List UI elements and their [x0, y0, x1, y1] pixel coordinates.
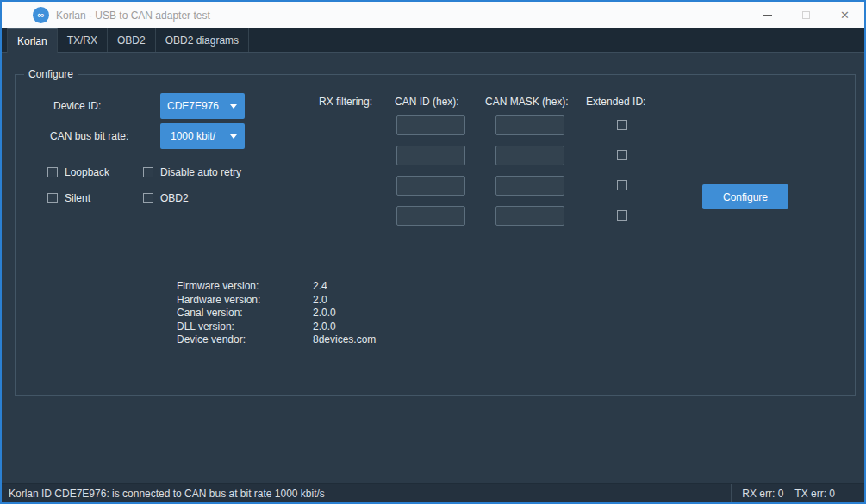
status-bar: Korlan ID CDE7E976: is connected to CAN … [2, 483, 864, 502]
loopback-option[interactable]: Loopback [47, 166, 109, 178]
loopback-label: Loopback [65, 166, 109, 178]
device-id-dropdown[interactable]: CDE7E976 [160, 93, 245, 119]
obd2-option[interactable]: OBD2 [143, 192, 189, 204]
info-label: Firmware version: [177, 280, 313, 294]
can-mask-input-2[interactable] [495, 146, 564, 165]
app-window: ∞ Korlan - USB to CAN adapter test ✕ Kor… [0, 0, 866, 504]
status-message: Korlan ID CDE7E976: is connected to CAN … [9, 488, 325, 500]
main-content: Configure Device ID: CDE7E976 CAN bus bi… [2, 53, 864, 483]
loopback-checkbox[interactable] [47, 167, 58, 177]
can-mask-input-3[interactable] [495, 176, 564, 196]
info-label: Canal version: [177, 307, 313, 320]
info-label: Hardware version: [177, 294, 313, 308]
disable-auto-retry-label: Disable auto retry [160, 166, 241, 178]
tab-obd2[interactable]: OBD2 [108, 28, 156, 52]
disable-auto-retry-option[interactable]: Disable auto retry [143, 166, 241, 178]
silent-label: Silent [65, 192, 90, 204]
close-icon: ✕ [840, 9, 850, 21]
configure-group-title: Configure [24, 68, 78, 80]
device-info: Firmware version: 2.4 Hardware version: … [177, 280, 376, 347]
bit-rate-label: CAN bus bit rate: [50, 123, 128, 149]
bit-rate-dropdown[interactable]: 1000 kbit/ [160, 123, 245, 149]
error-counters: RX err: 0 TX err: 0 [731, 484, 857, 502]
bit-rate-value: 1000 kbit/ [171, 130, 215, 142]
maximize-icon [802, 11, 810, 19]
chevron-down-icon [230, 104, 237, 109]
minimize-button[interactable] [748, 2, 787, 28]
can-mask-header: CAN MASK (hex): [485, 96, 569, 108]
minimize-icon [763, 15, 772, 16]
can-mask-input-4[interactable] [495, 206, 564, 226]
can-id-input-2[interactable] [396, 146, 465, 165]
rx-filtering-label: RX filtering: [319, 96, 372, 108]
info-row-dll: DLL version: 2.0.0 [177, 320, 376, 334]
can-id-input-3[interactable] [396, 176, 465, 196]
info-value: 2.0 [313, 294, 327, 308]
info-label: DLL version: [177, 320, 313, 334]
tab-tx-rx[interactable]: TX/RX [58, 28, 108, 52]
extended-id-checkbox-3[interactable] [617, 180, 627, 190]
app-icon: ∞ [33, 7, 49, 23]
extended-id-checkbox-1[interactable] [617, 120, 627, 130]
configure-button[interactable]: Configure [702, 184, 788, 209]
rx-error-count: RX err: 0 [742, 488, 783, 500]
info-row-hardware: Hardware version: 2.0 [177, 294, 376, 308]
obd2-label: OBD2 [160, 192, 189, 204]
device-id-label: Device ID: [53, 93, 101, 119]
info-value: 2.0.0 [313, 307, 336, 320]
window-controls: ✕ [748, 2, 864, 28]
info-row-firmware: Firmware version: 2.4 [177, 280, 376, 294]
can-id-input-4[interactable] [396, 206, 465, 226]
silent-option[interactable]: Silent [47, 192, 90, 204]
tx-error-count: TX err: 0 [794, 488, 835, 500]
window-title: Korlan - USB to CAN adapter test [56, 9, 210, 22]
disable-auto-retry-checkbox[interactable] [143, 167, 153, 177]
can-id-header: CAN ID (hex): [395, 96, 459, 108]
info-label: Device vendor: [177, 333, 313, 347]
title-bar[interactable]: ∞ Korlan - USB to CAN adapter test ✕ [2, 2, 864, 28]
maximize-button[interactable] [787, 2, 826, 28]
horizontal-separator [6, 240, 859, 240]
silent-checkbox[interactable] [47, 193, 58, 203]
info-row-canal: Canal version: 2.0.0 [177, 307, 376, 320]
extended-id-checkbox-2[interactable] [617, 150, 627, 160]
close-button[interactable]: ✕ [826, 2, 864, 28]
device-id-value: CDE7E976 [167, 100, 219, 112]
extended-id-checkbox-4[interactable] [617, 210, 627, 221]
can-mask-input-1[interactable] [495, 115, 564, 135]
info-row-vendor: Device vendor: 8devices.com [177, 333, 376, 347]
can-id-input-1[interactable] [396, 115, 465, 135]
tab-obd2-diagrams[interactable]: OBD2 diagrams [156, 28, 249, 52]
tab-korlan[interactable]: Korlan [7, 28, 58, 53]
extended-id-header: Extended ID: [586, 96, 645, 108]
configure-groupbox: Configure Device ID: CDE7E976 CAN bus bi… [15, 74, 856, 396]
info-value: 2.0.0 [313, 320, 336, 334]
info-value: 8devices.com [313, 333, 376, 347]
chevron-down-icon [230, 134, 237, 139]
tab-bar: Korlan TX/RX OBD2 OBD2 diagrams [2, 28, 864, 53]
obd2-checkbox[interactable] [143, 193, 153, 203]
info-value: 2.4 [313, 280, 327, 294]
